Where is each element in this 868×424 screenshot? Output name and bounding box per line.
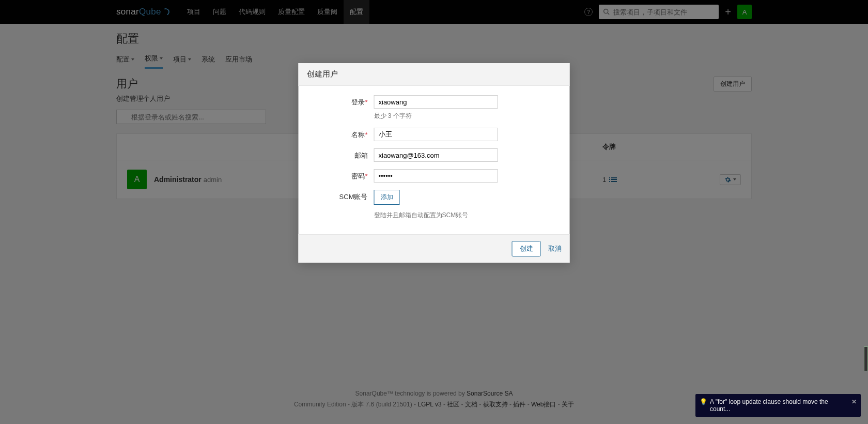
password-label: 密码*: [307, 169, 374, 181]
scm-hint: 登陆并且邮箱自动配置为SCM账号: [374, 211, 562, 220]
modal-cancel-link[interactable]: 取消: [548, 244, 562, 253]
scm-label: SCM账号: [307, 190, 374, 202]
toast-close-icon[interactable]: ✕: [851, 398, 857, 405]
name-input[interactable]: [374, 128, 498, 141]
side-handle[interactable]: [864, 346, 868, 371]
scm-add-button[interactable]: 添加: [374, 190, 400, 205]
login-hint: 最少 3 个字符: [374, 112, 562, 120]
modal-submit-button[interactable]: 创建: [512, 241, 541, 256]
email-label: 邮箱: [307, 148, 374, 160]
password-input[interactable]: [374, 169, 498, 183]
login-input[interactable]: [374, 95, 498, 109]
hint-toast: 💡 A "for" loop update clause should move…: [695, 394, 861, 417]
name-label: 名称*: [307, 128, 374, 140]
login-label: 登录*: [307, 95, 374, 107]
toast-text: A "for" loop update clause should move t…: [710, 398, 845, 413]
bulb-icon: 💡: [700, 398, 707, 405]
modal-title: 创建用户: [299, 63, 570, 86]
email-input[interactable]: [374, 148, 498, 162]
create-user-modal: 创建用户 登录* 最少 3 个字符 名称* 邮箱 密码* SCM账号 添加 登陆…: [299, 63, 570, 263]
